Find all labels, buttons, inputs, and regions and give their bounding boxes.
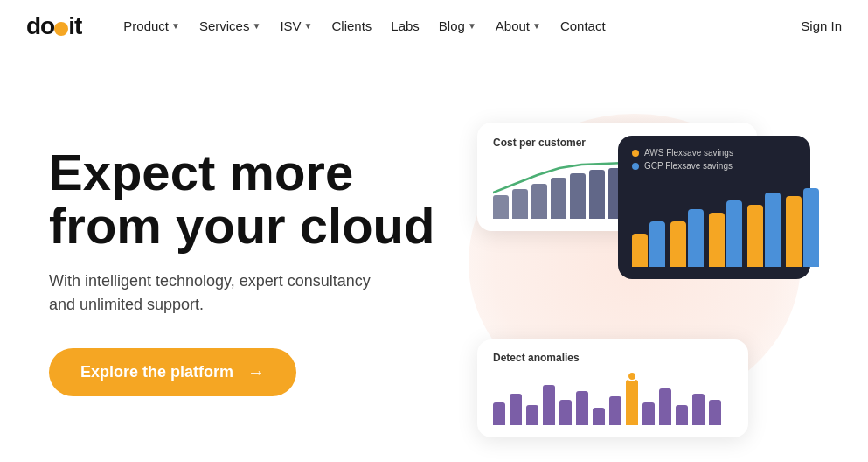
chevron-down-icon: ▼: [171, 21, 180, 31]
nav-item-product[interactable]: Product ▼: [116, 15, 187, 37]
flexsave-card: AWS Flexsave savings GCP Flexsave saving…: [618, 136, 810, 279]
hero-left: Expect more from your cloud With intelli…: [49, 146, 451, 397]
explore-platform-button[interactable]: Explore the platform →: [49, 348, 296, 396]
chevron-down-icon: ▼: [468, 21, 476, 31]
flexsave-bar-group: [747, 192, 781, 267]
anomaly-bar: [510, 394, 522, 425]
chevron-down-icon: ▼: [532, 21, 541, 31]
nav-item-blog[interactable]: Blog ▼: [432, 15, 483, 37]
detect-anomalies-card: Detect anomalies: [477, 340, 748, 438]
hero-section: Expect more from your cloud With intelli…: [0, 52, 868, 462]
flexsave-legend: AWS Flexsave savings GCP Flexsave saving…: [632, 148, 796, 171]
aws-bar: [670, 221, 686, 267]
hero-title: Expect more from your cloud: [49, 146, 451, 253]
gcp-legend-dot: [632, 163, 639, 170]
flexsave-bar-group: [670, 209, 704, 267]
anomaly-bar: [676, 405, 688, 425]
gcp-bar: [765, 192, 781, 267]
aws-bar: [709, 213, 725, 267]
nav-item-contact[interactable]: Contact: [553, 15, 613, 37]
hero-right: Cost per customer Detect anomalies AWS F…: [451, 88, 819, 455]
gcp-bar: [726, 200, 742, 267]
nav-item-about[interactable]: About ▼: [489, 15, 548, 37]
nav-item-services[interactable]: Services ▼: [192, 15, 267, 37]
anomaly-highlight-dot: [627, 371, 637, 382]
arrow-icon: →: [247, 362, 265, 382]
anomaly-bar: [526, 405, 538, 425]
flexsave-bar-group: [786, 188, 819, 267]
chevron-down-icon: ▼: [304, 21, 313, 31]
flexsave-bar-group: [632, 221, 665, 267]
anomaly-bar: [692, 394, 705, 425]
aws-legend-dot: [632, 150, 639, 157]
chevron-down-icon: ▼: [252, 21, 260, 31]
main-nav: Product ▼ Services ▼ ISV ▼ Clients Labs …: [116, 15, 801, 37]
anomaly-bar: [543, 385, 555, 425]
anomaly-bar: [493, 402, 505, 425]
anomaly-bar: [609, 396, 621, 425]
anomaly-bar: [626, 380, 638, 425]
aws-bar: [747, 205, 763, 267]
header: doit Product ▼ Services ▼ ISV ▼ Clients …: [0, 0, 868, 52]
anomaly-bar: [559, 400, 572, 425]
nav-item-labs[interactable]: Labs: [384, 15, 427, 37]
anomaly-bar: [659, 388, 671, 425]
gcp-bar: [803, 188, 819, 267]
anomaly-bar-chart: [493, 373, 733, 425]
legend-item-aws: AWS Flexsave savings: [632, 148, 796, 158]
logo-dot: [54, 22, 68, 36]
logo[interactable]: doit: [26, 12, 81, 40]
anomaly-bar: [642, 402, 655, 425]
sign-in-link[interactable]: Sign In: [801, 18, 842, 33]
flexsave-bar-chart: [632, 179, 796, 267]
nav-item-clients[interactable]: Clients: [324, 15, 378, 37]
anomaly-bar: [709, 400, 721, 425]
aws-bar: [786, 196, 802, 267]
gcp-bar: [688, 209, 704, 267]
anomaly-chart-title: Detect anomalies: [493, 352, 733, 364]
flexsave-bar-group: [709, 200, 742, 267]
nav-item-isv[interactable]: ISV ▼: [273, 15, 319, 37]
anomaly-bar: [593, 408, 605, 425]
aws-bar: [632, 234, 648, 267]
anomaly-bar: [576, 391, 588, 425]
nav-right: Sign In: [801, 18, 842, 33]
hero-subtitle: With intelligent technology, expert cons…: [49, 270, 381, 317]
gcp-bar: [649, 221, 665, 267]
legend-item-gcp: GCP Flexsave savings: [632, 161, 796, 171]
